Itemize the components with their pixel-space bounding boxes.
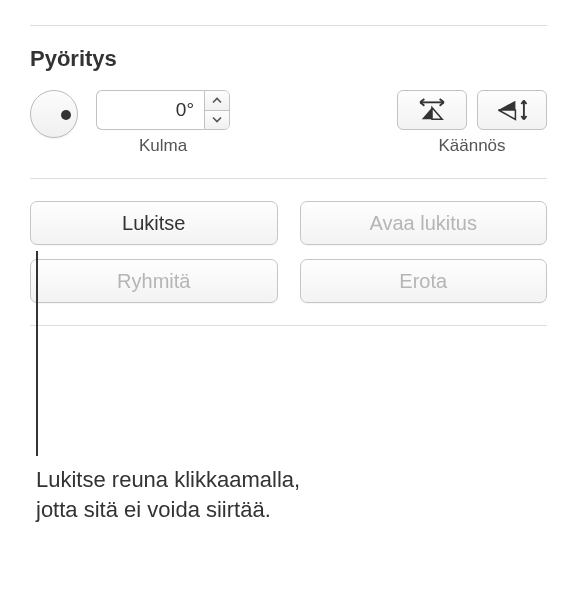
angle-label: Kulma — [139, 136, 187, 156]
flip-horizontal-button[interactable] — [397, 90, 467, 130]
callout-text: Lukitse reuna klikkaamalla, jotta sitä e… — [36, 465, 306, 524]
angle-step-down[interactable] — [205, 111, 229, 130]
callout-leader-line — [36, 251, 38, 456]
chevron-up-icon — [212, 97, 222, 104]
divider — [30, 325, 547, 326]
group-button[interactable]: Ryhmitä — [30, 259, 278, 303]
lock-button[interactable]: Lukitse — [30, 201, 278, 245]
inspector-panel: Pyöritys Kulma — [0, 0, 577, 346]
angle-step-up[interactable] — [205, 91, 229, 111]
angle-input[interactable] — [96, 90, 204, 130]
chevron-down-icon — [212, 116, 222, 123]
flip-vertical-icon — [495, 97, 529, 123]
angle-group: Kulma — [96, 90, 230, 156]
rotation-dial[interactable] — [30, 90, 78, 138]
section-title-rotation: Pyöritys — [30, 46, 547, 72]
divider — [30, 25, 547, 26]
divider — [30, 178, 547, 179]
flip-group: Käännös — [397, 90, 547, 156]
flip-vertical-button[interactable] — [477, 90, 547, 130]
flip-label: Käännös — [438, 136, 505, 156]
angle-field — [96, 90, 230, 130]
ungroup-button[interactable]: Erota — [300, 259, 548, 303]
lock-group-grid: Lukitse Avaa lukitus Ryhmitä Erota — [30, 201, 547, 303]
flip-buttons — [397, 90, 547, 130]
rotation-controls-row: Kulma — [30, 90, 547, 156]
rotation-dial-wrap — [30, 90, 78, 138]
angle-stepper — [204, 90, 230, 130]
flip-horizontal-icon — [415, 97, 449, 123]
unlock-button[interactable]: Avaa lukitus — [300, 201, 548, 245]
